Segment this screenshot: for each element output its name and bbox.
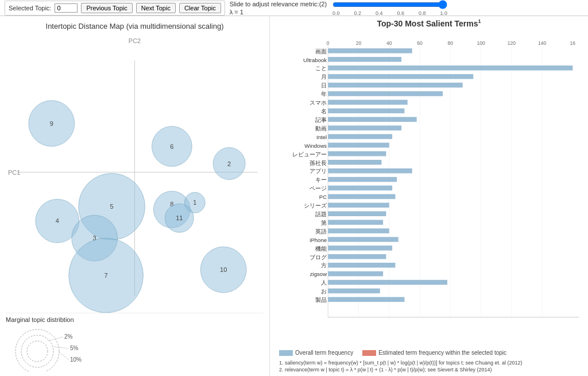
svg-text:2%: 2% (64, 333, 73, 340)
legend-svg: 2% 5% 10% (6, 325, 121, 371)
bubble-label-5: 5 (110, 203, 114, 210)
next-topic-button[interactable]: Next Topic (136, 3, 176, 13)
relevance-slider[interactable] (332, 0, 447, 9)
svg-text:キー: キー (315, 177, 327, 183)
svg-text:製品: 製品 (315, 297, 327, 303)
prev-topic-button[interactable]: Previous Topic (81, 3, 132, 13)
svg-text:人: 人 (321, 279, 327, 286)
svg-text:80: 80 (448, 40, 454, 45)
bar-日 (328, 82, 462, 87)
svg-text:140: 140 (538, 40, 546, 45)
svg-text:日: 日 (321, 82, 327, 89)
bubble-label-4: 4 (56, 217, 59, 224)
bubble-label-2: 2 (227, 160, 231, 167)
svg-text:zigsow: zigsow (310, 271, 327, 277)
legend-selected: Estimated term frequency within the sele… (362, 349, 506, 357)
selected-topic-input[interactable] (55, 3, 78, 13)
bar-人 (328, 279, 447, 285)
bar-記事 (328, 117, 416, 122)
lambda-label: λ = 1 (230, 9, 327, 16)
bar-話題 (328, 211, 386, 216)
bar-ブログ (328, 254, 386, 259)
svg-point-4 (16, 329, 59, 371)
svg-point-3 (21, 335, 53, 367)
svg-text:120: 120 (508, 40, 516, 45)
svg-text:Ultrabook: Ultrabook (303, 56, 327, 63)
svg-text:0: 0 (327, 40, 330, 45)
svg-text:スマホ: スマホ (310, 99, 327, 106)
svg-text:名: 名 (321, 108, 327, 114)
svg-text:画面: 画面 (315, 48, 327, 54)
svg-line-9 (59, 352, 69, 360)
bubble-label-6: 6 (170, 143, 173, 150)
svg-text:Intel: Intel (316, 133, 327, 140)
footnote-2: 2. relevance(term w | topic t) = λ * p(w… (279, 366, 579, 374)
bar-zigsow (328, 271, 383, 277)
bar-画面 (328, 48, 412, 53)
scatter-title: Intertopic Distance Map (via multidimens… (6, 22, 264, 30)
bar-Intel (328, 134, 392, 139)
bar-年 (328, 91, 443, 96)
svg-text:第: 第 (321, 220, 327, 226)
svg-text:方: 方 (321, 262, 327, 268)
svg-text:60: 60 (417, 40, 423, 45)
bar-動画 (328, 125, 401, 131)
svg-text:機能: 機能 (315, 245, 327, 251)
slider-ticks: 0.00.20.40.60.81.0 (332, 10, 447, 16)
bubble-label-1: 1 (193, 199, 196, 206)
svg-text:Windows: Windows (304, 142, 327, 148)
bar-孫社長 (328, 160, 381, 165)
bar-機能 (328, 245, 392, 251)
selected-topic-label: Selected Topic: (9, 5, 51, 11)
bubble-label-10: 10 (220, 266, 227, 273)
svg-text:5%: 5% (70, 345, 79, 351)
svg-text:記事: 記事 (315, 117, 327, 123)
svg-text:16: 16 (570, 40, 576, 45)
svg-text:年: 年 (321, 91, 327, 97)
bar-シリーズ (328, 202, 389, 208)
bar-キー (328, 177, 397, 182)
bar-お (328, 288, 380, 293)
svg-text:ページ: ページ (310, 185, 327, 191)
bar-スマホ (328, 99, 407, 105)
svg-text:iPhone: iPhone (310, 236, 327, 243)
bar-Windows (328, 143, 389, 148)
pc1-axis-label: PC1 (8, 169, 20, 176)
svg-text:ブログ: ブログ (310, 254, 327, 260)
bar-名 (328, 108, 404, 113)
svg-text:お: お (321, 288, 327, 294)
bar-第 (328, 220, 383, 225)
svg-point-2 (27, 341, 48, 362)
svg-text:英語: 英語 (315, 228, 327, 235)
clear-topic-button[interactable]: Clear Topic (179, 3, 221, 13)
svg-text:レビューアー: レビューアー (292, 151, 327, 157)
footnote-1: 1. saliency(term w) = frequency(w) * [su… (279, 359, 579, 367)
footnotes-area: Overall term frequency Estimated term fr… (279, 349, 579, 374)
pc2-axis-label: PC2 (129, 37, 141, 44)
bubble-label-9: 9 (50, 120, 53, 127)
bar-レビューアー (328, 151, 386, 156)
svg-text:シリーズ: シリーズ (304, 202, 327, 209)
svg-text:動画: 動画 (315, 125, 327, 132)
svg-text:話題: 話題 (315, 211, 327, 217)
legend-title: Marginal topic distribtion (6, 316, 264, 323)
bar-英語 (328, 228, 389, 233)
svg-text:月: 月 (321, 74, 327, 80)
bar-こと (328, 66, 572, 71)
svg-text:100: 100 (477, 40, 485, 45)
bar-方 (328, 263, 395, 268)
svg-text:PC: PC (319, 194, 327, 200)
bar-製品 (328, 297, 404, 302)
svg-line-5 (48, 337, 63, 341)
bubble-label-11: 11 (176, 214, 183, 221)
svg-text:40: 40 (386, 40, 392, 45)
bar-ページ (328, 185, 392, 190)
svg-text:こと: こと (315, 65, 327, 71)
svg-text:10%: 10% (70, 356, 82, 363)
bar-Ultrabook (328, 57, 401, 62)
svg-line-7 (53, 347, 69, 348)
bar-chart-title: Top-30 Most Salient Terms1 (279, 18, 579, 28)
bar-アプリ (328, 168, 412, 174)
bubble-label-7: 7 (105, 272, 108, 279)
svg-text:20: 20 (356, 40, 362, 45)
